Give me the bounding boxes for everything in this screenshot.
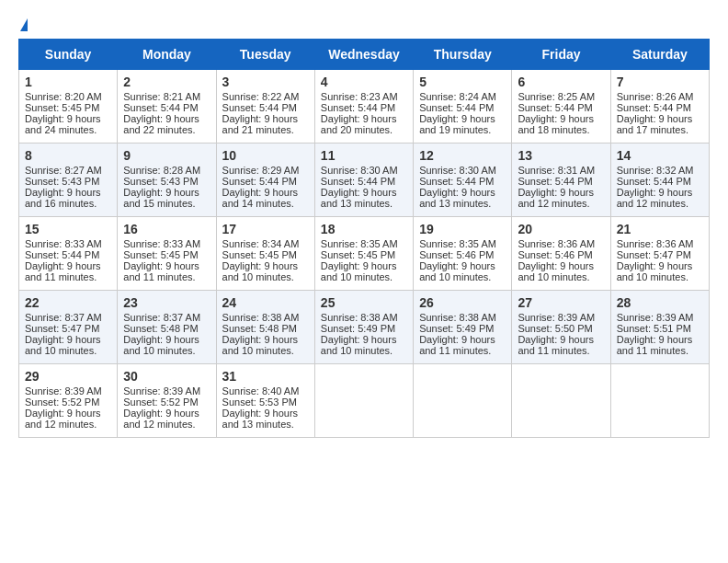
calendar-cell: 1Sunrise: 8:20 AMSunset: 5:45 PMDaylight… <box>19 70 118 144</box>
day-number: 24 <box>222 295 309 310</box>
sunrise-text: Sunrise: 8:30 AM <box>321 165 398 176</box>
day-number: 17 <box>222 222 309 236</box>
daylight-text: Daylight: 9 hours and 10 minutes. <box>518 260 594 282</box>
day-number: 12 <box>419 148 506 163</box>
calendar-cell: 14Sunrise: 8:32 AMSunset: 5:44 PMDayligh… <box>610 144 709 217</box>
calendar-cell <box>512 364 610 438</box>
calendar-cell <box>314 364 413 438</box>
day-number: 4 <box>321 75 407 89</box>
day-number: 29 <box>25 369 111 384</box>
dow-header-friday: Friday <box>512 40 610 70</box>
dow-header-saturday: Saturday <box>610 40 709 70</box>
calendar-cell: 10Sunrise: 8:29 AMSunset: 5:44 PMDayligh… <box>216 144 314 217</box>
sunrise-text: Sunrise: 8:31 AM <box>518 165 595 176</box>
sunrise-text: Sunrise: 8:34 AM <box>222 238 300 249</box>
sunset-text: Sunset: 5:52 PM <box>123 396 198 408</box>
sunset-text: Sunset: 5:51 PM <box>617 323 691 334</box>
calendar-cell: 31Sunrise: 8:40 AMSunset: 5:53 PMDayligh… <box>216 364 314 438</box>
day-number: 1 <box>25 75 111 89</box>
calendar-table: SundayMondayTuesdayWednesdayThursdayFrid… <box>18 39 710 438</box>
sunrise-text: Sunrise: 8:35 AM <box>321 238 398 249</box>
daylight-text: Daylight: 9 hours and 13 minutes. <box>222 408 299 430</box>
day-number: 7 <box>617 75 703 89</box>
daylight-text: Daylight: 9 hours and 11 minutes. <box>419 334 495 356</box>
daylight-text: Daylight: 9 hours and 20 minutes. <box>321 113 397 135</box>
sunrise-text: Sunrise: 8:35 AM <box>419 238 496 249</box>
sunset-text: Sunset: 5:47 PM <box>617 249 691 260</box>
daylight-text: Daylight: 9 hours and 10 minutes. <box>25 334 101 356</box>
sunrise-text: Sunrise: 8:38 AM <box>321 312 398 323</box>
dow-header-wednesday: Wednesday <box>314 40 413 70</box>
daylight-text: Daylight: 9 hours and 13 minutes. <box>321 187 397 209</box>
sunset-text: Sunset: 5:43 PM <box>123 176 198 187</box>
day-number: 3 <box>222 75 309 89</box>
daylight-text: Daylight: 9 hours and 10 minutes. <box>222 334 299 356</box>
sunset-text: Sunset: 5:44 PM <box>222 176 297 187</box>
sunset-text: Sunset: 5:53 PM <box>222 396 297 408</box>
sunset-text: Sunset: 5:44 PM <box>518 176 592 187</box>
sunrise-text: Sunrise: 8:32 AM <box>617 165 694 176</box>
calendar-cell <box>414 364 512 438</box>
calendar-cell: 17Sunrise: 8:34 AMSunset: 5:45 PMDayligh… <box>216 217 314 291</box>
calendar-cell: 18Sunrise: 8:35 AMSunset: 5:45 PMDayligh… <box>314 217 413 291</box>
calendar-cell: 25Sunrise: 8:38 AMSunset: 5:49 PMDayligh… <box>314 291 413 364</box>
daylight-text: Daylight: 9 hours and 12 minutes. <box>617 187 693 209</box>
dow-header-thursday: Thursday <box>414 40 512 70</box>
daylight-text: Daylight: 9 hours and 11 minutes. <box>123 260 199 282</box>
calendar-cell: 23Sunrise: 8:37 AMSunset: 5:48 PMDayligh… <box>118 291 216 364</box>
daylight-text: Daylight: 9 hours and 10 minutes. <box>222 260 299 282</box>
sunrise-text: Sunrise: 8:23 AM <box>321 91 398 102</box>
calendar-week-4: 22Sunrise: 8:37 AMSunset: 5:47 PMDayligh… <box>19 291 710 364</box>
sunset-text: Sunset: 5:52 PM <box>25 396 99 408</box>
daylight-text: Daylight: 9 hours and 14 minutes. <box>222 187 299 209</box>
calendar-week-3: 15Sunrise: 8:33 AMSunset: 5:44 PMDayligh… <box>19 217 710 291</box>
sunset-text: Sunset: 5:45 PM <box>25 102 99 113</box>
day-number: 30 <box>123 369 210 384</box>
sunset-text: Sunset: 5:44 PM <box>419 176 494 187</box>
day-number: 2 <box>123 75 210 89</box>
calendar-cell: 11Sunrise: 8:30 AMSunset: 5:44 PMDayligh… <box>314 144 413 217</box>
calendar-cell <box>610 364 709 438</box>
calendar-cell: 19Sunrise: 8:35 AMSunset: 5:46 PMDayligh… <box>414 217 512 291</box>
sunrise-text: Sunrise: 8:22 AM <box>222 91 300 102</box>
calendar-cell: 13Sunrise: 8:31 AMSunset: 5:44 PMDayligh… <box>512 144 610 217</box>
daylight-text: Daylight: 9 hours and 11 minutes. <box>617 334 693 356</box>
daylight-text: Daylight: 9 hours and 12 minutes. <box>25 408 101 430</box>
calendar-cell: 8Sunrise: 8:27 AMSunset: 5:43 PMDaylight… <box>19 144 118 217</box>
day-number: 20 <box>518 222 604 236</box>
dow-header-monday: Monday <box>118 40 216 70</box>
logo-icon <box>20 18 28 31</box>
day-number: 14 <box>617 148 703 163</box>
sunrise-text: Sunrise: 8:36 AM <box>518 238 595 249</box>
calendar-cell: 28Sunrise: 8:39 AMSunset: 5:51 PMDayligh… <box>610 291 709 364</box>
day-number: 27 <box>518 295 604 310</box>
sunset-text: Sunset: 5:48 PM <box>123 323 198 334</box>
daylight-text: Daylight: 9 hours and 10 minutes. <box>419 260 495 282</box>
daylight-text: Daylight: 9 hours and 13 minutes. <box>419 187 495 209</box>
day-number: 11 <box>321 148 407 163</box>
calendar-cell: 29Sunrise: 8:39 AMSunset: 5:52 PMDayligh… <box>19 364 118 438</box>
sunset-text: Sunset: 5:44 PM <box>123 102 198 113</box>
day-number: 9 <box>123 148 210 163</box>
sunset-text: Sunset: 5:44 PM <box>25 249 99 260</box>
sunset-text: Sunset: 5:46 PM <box>419 249 494 260</box>
page-header <box>18 18 710 31</box>
calendar-cell: 3Sunrise: 8:22 AMSunset: 5:44 PMDaylight… <box>216 70 314 144</box>
sunrise-text: Sunrise: 8:33 AM <box>25 238 102 249</box>
calendar-cell: 30Sunrise: 8:39 AMSunset: 5:52 PMDayligh… <box>118 364 216 438</box>
day-number: 10 <box>222 148 309 163</box>
daylight-text: Daylight: 9 hours and 18 minutes. <box>518 113 594 135</box>
sunset-text: Sunset: 5:44 PM <box>321 176 395 187</box>
calendar-cell: 5Sunrise: 8:24 AMSunset: 5:44 PMDaylight… <box>414 70 512 144</box>
sunset-text: Sunset: 5:45 PM <box>123 249 198 260</box>
sunrise-text: Sunrise: 8:33 AM <box>123 238 200 249</box>
dow-header-sunday: Sunday <box>19 40 118 70</box>
sunrise-text: Sunrise: 8:39 AM <box>518 312 595 323</box>
sunrise-text: Sunrise: 8:21 AM <box>123 91 200 102</box>
sunset-text: Sunset: 5:44 PM <box>617 176 691 187</box>
daylight-text: Daylight: 9 hours and 22 minutes. <box>123 113 199 135</box>
daylight-text: Daylight: 9 hours and 19 minutes. <box>419 113 495 135</box>
day-number: 22 <box>25 295 111 310</box>
sunrise-text: Sunrise: 8:20 AM <box>25 91 102 102</box>
day-number: 18 <box>321 222 407 236</box>
